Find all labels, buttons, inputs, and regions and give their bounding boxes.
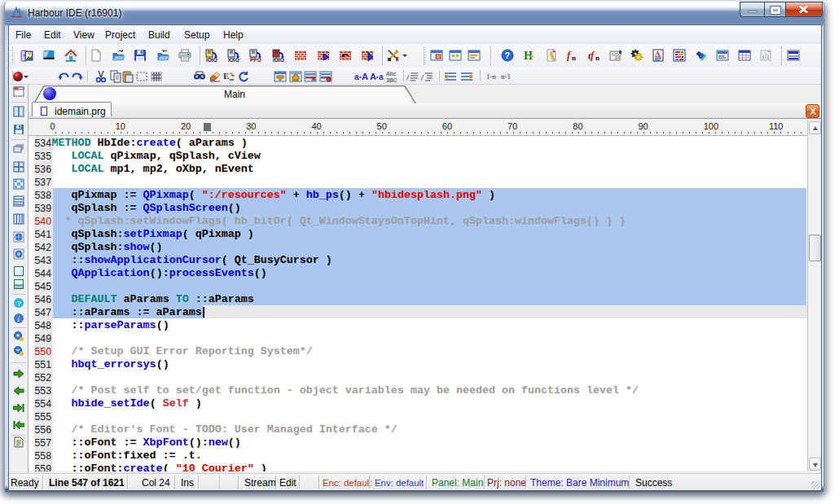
svg-text:?: ? (16, 300, 21, 308)
svg-text:1-n: 1-n (486, 72, 496, 81)
svg-text:n-1: n-1 (501, 72, 511, 81)
svg-text:a: a (379, 72, 384, 81)
svg-text:IOIO: IOIO (273, 57, 284, 63)
svg-text:/: / (421, 74, 424, 82)
svg-text:3BC: 3BC (386, 77, 398, 83)
svg-text:PPO: PPO (250, 57, 261, 63)
svg-text:?: ? (505, 50, 510, 60)
svg-text:A: A (370, 72, 376, 81)
svg-text:IOIO: IOIO (206, 57, 217, 63)
svg-text:n: n (595, 54, 600, 62)
svg-text:?: ? (529, 54, 534, 62)
svg-text:n: n (572, 54, 576, 62)
svg-text:Abc: Abc (386, 71, 397, 77)
svg-text:/: / (406, 74, 410, 82)
svg-text:a: a (354, 72, 359, 81)
svg-text:A: A (362, 72, 368, 81)
svg-text:IOIO: IOIO (228, 57, 239, 63)
svg-text:E: E (223, 71, 229, 81)
